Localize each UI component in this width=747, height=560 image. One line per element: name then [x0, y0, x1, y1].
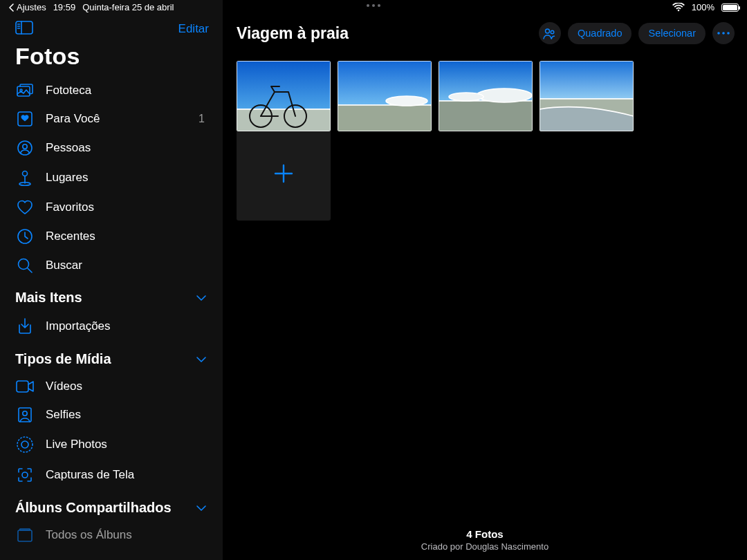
sidebar-item-label: Recentes: [46, 230, 208, 243]
album-title: Viagem à praia: [237, 24, 349, 43]
back-app-label: Ajustes: [17, 2, 46, 12]
svg-point-39: [449, 93, 483, 101]
more-button[interactable]: [712, 22, 735, 44]
svg-rect-34: [338, 105, 432, 131]
sidebar-item-label: Selfies: [46, 408, 208, 422]
sidebar-item-label: Vídeos: [46, 380, 208, 393]
svg-rect-37: [439, 101, 533, 131]
svg-point-28: [727, 32, 730, 35]
photo-count-label: 4 Fotos: [223, 528, 747, 540]
section-shared-albums[interactable]: Álbuns Compartilhados: [0, 490, 223, 521]
chevron-down-icon: [195, 502, 208, 514]
screenshot-icon: [15, 467, 35, 483]
svg-point-26: [717, 32, 720, 35]
svg-point-35: [386, 96, 427, 106]
sidebar-item-imports[interactable]: Importações: [0, 311, 223, 342]
clock-icon: [15, 229, 35, 244]
sidebar-item-screenshots[interactable]: Capturas de Tela: [0, 460, 223, 490]
sidebar-item-places[interactable]: Lugares: [0, 162, 223, 193]
chevron-down-icon: [195, 353, 208, 366]
section-more-items[interactable]: Mais Itens: [0, 280, 223, 311]
people-icon: [15, 140, 35, 156]
photo-thumbnail[interactable]: [338, 61, 432, 131]
sidebar-item-label: Live Photos: [46, 438, 208, 451]
section-media-types[interactable]: Tipos de Mídia: [0, 342, 223, 373]
edit-button[interactable]: Editar: [178, 22, 209, 36]
sidebar-item-label: Capturas de Tela: [46, 468, 208, 482]
add-photo-button[interactable]: [237, 127, 331, 221]
multitask-dots[interactable]: [367, 4, 380, 7]
battery-pct: 100%: [692, 2, 714, 12]
sidebar-nav: Fototeca Para Você 1 Pessoas Lugares Fav…: [0, 77, 223, 549]
main-content: Viagem à praia Quadrado Selecionar: [223, 0, 747, 560]
sidebar-item-selfies[interactable]: Selfies: [0, 400, 223, 429]
svg-point-18: [23, 411, 27, 416]
sidebar-item-search[interactable]: Buscar: [0, 251, 223, 280]
sidebar-title: Fotos: [0, 37, 223, 77]
places-icon: [15, 169, 35, 186]
svg-point-9: [23, 144, 27, 149]
svg-rect-23: [20, 529, 30, 530]
battery-icon: [721, 3, 739, 12]
foryou-icon: [15, 111, 35, 127]
svg-point-38: [477, 88, 532, 102]
sidebar-item-all-albums[interactable]: Todos os Álbuns: [0, 521, 223, 549]
sidebar-toggle-icon[interactable]: [15, 21, 33, 37]
search-icon: [15, 258, 35, 273]
svg-point-10: [23, 171, 28, 176]
svg-point-24: [545, 29, 549, 33]
svg-point-20: [17, 437, 33, 452]
plus-icon: [273, 163, 294, 184]
sidebar-item-foryou[interactable]: Para Você 1: [0, 104, 223, 133]
svg-point-14: [19, 259, 29, 270]
svg-point-12: [19, 183, 30, 186]
svg-point-19: [21, 441, 28, 448]
sidebar-item-favorites[interactable]: Favoritos: [0, 193, 223, 222]
album-footer: 4 Fotos Criado por Douglas Nascimento: [223, 528, 747, 552]
svg-line-15: [28, 268, 32, 272]
sidebar-item-label: Importações: [46, 319, 208, 333]
library-icon: [15, 84, 35, 97]
wifi-icon: [672, 3, 685, 12]
status-time: 19:59: [53, 2, 76, 12]
video-icon: [15, 380, 35, 393]
svg-point-27: [722, 32, 725, 35]
section-label: Álbuns Compartilhados: [15, 500, 172, 516]
aspect-button[interactable]: Quadrado: [568, 23, 632, 44]
sidebar: Editar Fotos Fototeca Para Você 1 Pessoa…: [0, 0, 223, 560]
svg-rect-22: [18, 530, 32, 541]
svg-rect-40: [540, 61, 634, 99]
sidebar-item-label: Favoritos: [46, 200, 208, 214]
sidebar-item-library[interactable]: Fototeca: [0, 77, 223, 104]
photo-thumbnail[interactable]: [237, 61, 331, 131]
sidebar-item-label: Lugares: [46, 171, 208, 185]
svg-rect-0: [16, 21, 33, 34]
shared-indicator-button[interactable]: [539, 22, 561, 44]
status-bar: Ajustes 19:59 Quinta-feira 25 de abril 1…: [0, 0, 747, 15]
livephoto-icon: [15, 436, 35, 453]
sidebar-item-label: Para Você: [46, 112, 187, 126]
sidebar-item-label: Pessoas: [46, 141, 208, 155]
svg-point-25: [551, 30, 554, 34]
svg-point-21: [22, 472, 28, 478]
back-to-app[interactable]: Ajustes: [8, 2, 46, 12]
sidebar-item-badge: 1: [199, 113, 208, 125]
import-icon: [15, 318, 35, 335]
sidebar-item-people[interactable]: Pessoas: [0, 133, 223, 162]
sidebar-item-label: Buscar: [46, 259, 208, 272]
sidebar-item-videos[interactable]: Vídeos: [0, 373, 223, 400]
album-icon: [15, 528, 35, 542]
section-label: Mais Itens: [15, 290, 82, 306]
svg-rect-16: [17, 381, 28, 392]
select-button[interactable]: Selecionar: [638, 23, 706, 44]
album-header: Viagem à praia Quadrado Selecionar: [223, 15, 747, 44]
sidebar-item-livephotos[interactable]: Live Photos: [0, 429, 223, 460]
selfie-icon: [15, 407, 35, 422]
sidebar-item-label: Fototeca: [46, 84, 208, 97]
status-date: Quinta-feira 25 de abril: [82, 2, 174, 12]
heart-icon: [15, 200, 35, 215]
photo-thumbnail[interactable]: [540, 61, 634, 131]
section-label: Tipos de Mídia: [15, 351, 111, 367]
photo-thumbnail[interactable]: [439, 61, 533, 131]
sidebar-item-recents[interactable]: Recentes: [0, 222, 223, 251]
